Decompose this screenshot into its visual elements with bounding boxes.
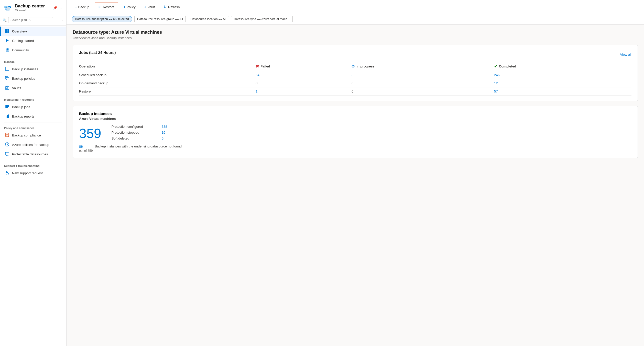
inprogress-label: In progress [356, 64, 375, 68]
completed-cell[interactable]: 57 [494, 87, 631, 96]
filter-subscription[interactable]: Datasource subscription == 66 selected [72, 16, 132, 22]
filter-location[interactable]: Datasource location == All [188, 16, 229, 22]
filter-resource-group-text: Datasource resource group == All [137, 17, 183, 21]
sidebar-item-new-support[interactable]: New support request [0, 168, 66, 178]
support-section-label: Support + troubleshooting [0, 161, 66, 168]
refresh-button-label: Refresh [168, 5, 180, 9]
bi-stat-row: Protection configured 338 [112, 125, 167, 129]
bi-stat-value[interactable]: 16 [162, 131, 165, 134]
sidebar-item-vaults[interactable]: Vaults [0, 83, 66, 93]
operation-cell: Scheduled backup [79, 71, 256, 79]
inprogress-cell: 0 [352, 87, 494, 96]
sidebar-item-protectable-datasources[interactable]: Protectable datasources [0, 149, 66, 159]
failed-cell[interactable]: 64 [256, 71, 352, 79]
sidebar-header: Backup center Microsoft 📌 ··· [0, 0, 66, 15]
app-title-block: Backup center Microsoft [15, 4, 45, 12]
backup-instances-total-count[interactable]: 359 [79, 127, 101, 140]
backup-instances-footer-num[interactable]: 86 [79, 144, 93, 149]
svg-rect-5 [7, 31, 9, 33]
sidebar-item-overview-label: Overview [12, 29, 27, 33]
app-title: Backup center [15, 4, 45, 9]
completed-cell[interactable]: 246 [494, 71, 631, 79]
sidebar-item-backup-reports-label: Backup reports [12, 114, 34, 118]
sidebar-item-backup-policies-label: Backup policies [12, 77, 35, 80]
pin-icon[interactable]: 📌 [53, 6, 57, 10]
sidebar-item-backup-jobs[interactable]: Backup jobs [0, 102, 66, 112]
sidebar-item-new-support-label: New support request [12, 171, 43, 175]
backup-instances-footer: 86 out of 359 Backup instances with the … [79, 144, 631, 153]
inprogress-cell[interactable]: 8 [352, 71, 494, 79]
refresh-button[interactable]: ↻ Refresh [160, 3, 183, 11]
completed-value[interactable]: 12 [494, 81, 498, 85]
vault-button-label: Vault [147, 5, 155, 9]
header-icons: 📌 ··· [53, 6, 62, 10]
backup-instances-content: 359 Protection configured 338 Protection… [79, 125, 631, 140]
sidebar-item-community[interactable]: Community [0, 45, 66, 55]
jobs-table: Operation ✖ Failed ⟳ In progress [79, 62, 631, 96]
restore-button-label: Restore [103, 5, 115, 9]
main-content-area: + Backup ↩ Restore + Policy + Vault ↻ Re… [67, 0, 644, 346]
sidebar-item-azure-policies[interactable]: Azure policies for backup [0, 140, 66, 149]
bi-stat-value[interactable]: 338 [162, 125, 167, 129]
bi-stat-row: Protection stopped 16 [112, 131, 167, 134]
backup-instances-card-title: Backup instances [79, 111, 631, 116]
policy-button[interactable]: + Policy [120, 3, 139, 11]
svg-rect-20 [5, 107, 8, 108]
bi-stat-value[interactable]: 5 [162, 136, 163, 140]
svg-point-7 [6, 48, 8, 50]
failed-cell[interactable]: 1 [256, 87, 352, 96]
completed-header: ✔ Completed [494, 64, 628, 69]
table-row: Scheduled backup 64 8 246 [79, 71, 631, 79]
collapse-button[interactable]: « [62, 18, 64, 22]
page-subtitle: Overview of Jobs and Backup instances [73, 36, 638, 40]
col-operation: Operation [79, 62, 256, 71]
completed-cell[interactable]: 12 [494, 79, 631, 87]
policy-plus-icon: + [124, 5, 126, 9]
search-input[interactable] [8, 17, 53, 23]
completed-value[interactable]: 57 [494, 89, 498, 93]
vault-button[interactable]: + Vault [141, 3, 158, 11]
refresh-icon: ↻ [163, 5, 167, 9]
table-row: On-demand backup 0 0 12 [79, 79, 631, 87]
restore-button[interactable]: ↩ Restore [95, 3, 118, 11]
sidebar-item-backup-policies[interactable]: Backup policies [0, 74, 66, 83]
sidebar-item-getting-started[interactable]: Getting started [0, 36, 66, 45]
app-subtitle: Microsoft [15, 9, 45, 12]
svg-marker-6 [6, 39, 9, 42]
backup-instances-footer-sub: out of 359 [79, 149, 93, 153]
sidebar-item-backup-compliance[interactable]: Backup compliance [0, 131, 66, 140]
sidebar-item-backup-reports[interactable]: Backup reports [0, 112, 66, 121]
inprogress-cell: 0 [352, 79, 494, 87]
inprogress-value[interactable]: 8 [352, 73, 353, 77]
sidebar-item-protectable-datasources-label: Protectable datasources [12, 152, 48, 156]
sidebar-item-backup-compliance-label: Backup compliance [12, 133, 41, 137]
policy-button-label: Policy [127, 5, 136, 9]
filter-datasource-type[interactable]: Datasource type == Azure Virtual mach... [231, 16, 293, 22]
svg-rect-10 [6, 68, 8, 68]
jobs-table-body: Scheduled backup 64 8 246 On-demand back… [79, 71, 631, 96]
bi-stat-row: Soft deleted 5 [112, 136, 167, 140]
more-icon[interactable]: ··· [59, 6, 62, 10]
sidebar-nav: Overview Getting started Community Manag… [0, 26, 66, 346]
jobs-card-title: Jobs (last 24 Hours) [79, 50, 116, 55]
support-divider [4, 160, 62, 160]
completed-value[interactable]: 246 [494, 73, 500, 77]
sidebar-item-backup-instances[interactable]: Backup instances [0, 64, 66, 74]
restore-icon: ↩ [98, 5, 102, 9]
backup-jobs-icon [5, 104, 9, 110]
failed-value[interactable]: 1 [256, 89, 257, 93]
sidebar-item-overview[interactable]: Overview [0, 27, 66, 36]
vaults-icon [5, 85, 9, 91]
failed-value[interactable]: 64 [256, 73, 259, 77]
col-inprogress: ⟳ In progress [352, 62, 494, 71]
backup-policies-icon [5, 76, 9, 81]
sidebar: Backup center Microsoft 📌 ··· 🔍 « Overvi… [0, 0, 67, 346]
backup-button[interactable]: + Backup [72, 3, 93, 11]
view-all-link[interactable]: View all [620, 53, 631, 56]
backup-compliance-icon [5, 133, 9, 138]
jobs-table-header-row: Operation ✖ Failed ⟳ In progress [79, 62, 631, 71]
policy-divider [4, 122, 62, 122]
failed-label: Failed [260, 64, 270, 68]
svg-rect-2 [5, 29, 7, 31]
filter-resource-group[interactable]: Datasource resource group == All [134, 16, 186, 22]
